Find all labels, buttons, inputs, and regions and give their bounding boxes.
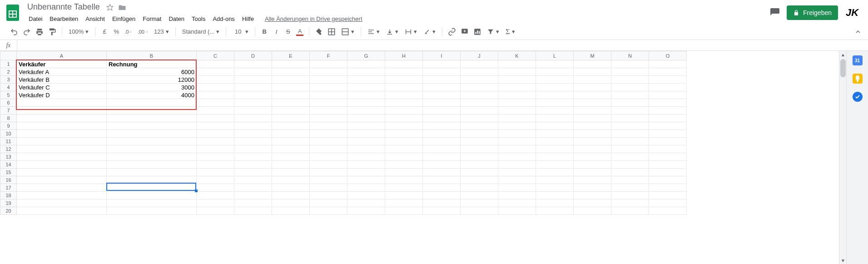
cell-B19[interactable]	[107, 199, 197, 207]
cell-N7[interactable]	[611, 107, 649, 115]
cell-N12[interactable]	[611, 145, 649, 153]
cell-M10[interactable]	[574, 130, 611, 138]
sheets-logo[interactable]	[4, 4, 22, 22]
cell-A20[interactable]	[17, 207, 107, 215]
cell-C1[interactable]	[197, 60, 234, 68]
cell-M11[interactable]	[574, 138, 611, 145]
cell-L14[interactable]	[536, 161, 574, 169]
cell-F6[interactable]	[310, 99, 347, 107]
cell-J18[interactable]	[461, 192, 498, 199]
cell-E19[interactable]	[272, 199, 310, 207]
decrease-decimal-button[interactable]: .0←	[123, 26, 134, 38]
format-currency-button[interactable]: £	[99, 26, 110, 38]
cell-C14[interactable]	[197, 161, 234, 169]
menu-data[interactable]: Daten	[165, 14, 188, 24]
cell-F15[interactable]	[310, 169, 347, 176]
cell-G9[interactable]	[347, 122, 385, 130]
cell-J13[interactable]	[461, 153, 498, 161]
row-header-13[interactable]: 13	[0, 153, 17, 161]
cell-L19[interactable]	[536, 199, 574, 207]
cell-N5[interactable]	[611, 91, 649, 99]
cell-J7[interactable]	[461, 107, 498, 115]
cell-D4[interactable]	[234, 84, 272, 91]
cell-C2[interactable]	[197, 68, 234, 76]
cell-G16[interactable]	[347, 176, 385, 184]
cell-K20[interactable]	[498, 207, 536, 215]
cell-J4[interactable]	[461, 84, 498, 91]
cell-E15[interactable]	[272, 169, 310, 176]
cell-L5[interactable]	[536, 91, 574, 99]
formula-input[interactable]	[17, 40, 868, 50]
row-header-6[interactable]: 6	[0, 99, 17, 107]
cell-B6[interactable]	[107, 99, 197, 107]
cell-F4[interactable]	[310, 84, 347, 91]
cell-I19[interactable]	[423, 199, 461, 207]
cell-D6[interactable]	[234, 99, 272, 107]
cell-F14[interactable]	[310, 161, 347, 169]
cell-N10[interactable]	[611, 130, 649, 138]
cell-J11[interactable]	[461, 138, 498, 145]
cell-I16[interactable]	[423, 176, 461, 184]
cell-L8[interactable]	[536, 115, 574, 122]
cell-F19[interactable]	[310, 199, 347, 207]
cell-F8[interactable]	[310, 115, 347, 122]
col-header-M[interactable]: M	[574, 51, 611, 60]
menu-format[interactable]: Format	[139, 14, 164, 24]
cell-E5[interactable]	[272, 91, 310, 99]
cell-O10[interactable]	[649, 130, 687, 138]
cell-B17[interactable]	[107, 184, 197, 192]
scroll-thumb[interactable]	[840, 59, 846, 77]
cell-K17[interactable]	[498, 184, 536, 192]
selection-handle[interactable]	[195, 189, 198, 192]
star-icon[interactable]	[106, 4, 114, 11]
menu-file[interactable]: Datei	[25, 14, 45, 24]
cell-M14[interactable]	[574, 161, 611, 169]
cell-E8[interactable]	[272, 115, 310, 122]
number-format-select[interactable]: 123▾	[151, 28, 172, 35]
insert-chart-button[interactable]	[471, 26, 483, 38]
cell-J5[interactable]	[461, 91, 498, 99]
cell-J14[interactable]	[461, 161, 498, 169]
cell-G15[interactable]	[347, 169, 385, 176]
cell-O8[interactable]	[649, 115, 687, 122]
cell-D20[interactable]	[234, 207, 272, 215]
cell-G13[interactable]	[347, 153, 385, 161]
format-percent-button[interactable]: %	[111, 26, 122, 38]
cell-A18[interactable]	[17, 192, 107, 199]
cell-K11[interactable]	[498, 138, 536, 145]
cell-K18[interactable]	[498, 192, 536, 199]
cell-L1[interactable]	[536, 60, 574, 68]
cell-D7[interactable]	[234, 107, 272, 115]
cell-I7[interactable]	[423, 107, 461, 115]
col-header-C[interactable]: C	[197, 51, 234, 60]
cell-J20[interactable]	[461, 207, 498, 215]
cell-F12[interactable]	[310, 145, 347, 153]
cell-I1[interactable]	[423, 60, 461, 68]
cell-A4[interactable]: Verkäufer C	[17, 84, 107, 91]
cell-F11[interactable]	[310, 138, 347, 145]
user-avatar[interactable]: JK	[844, 5, 860, 20]
cell-H11[interactable]	[385, 138, 423, 145]
strikethrough-button[interactable]: S	[283, 26, 293, 38]
cell-I8[interactable]	[423, 115, 461, 122]
cell-B5[interactable]: 4000	[107, 91, 197, 99]
cell-N2[interactable]	[611, 68, 649, 76]
cell-G4[interactable]	[347, 84, 385, 91]
row-header-8[interactable]: 8	[0, 115, 17, 122]
cell-E17[interactable]	[272, 184, 310, 192]
cell-M18[interactable]	[574, 192, 611, 199]
zoom-select[interactable]: 100%▾	[66, 28, 91, 35]
font-size-select[interactable]: 10▾	[230, 28, 251, 35]
cell-D16[interactable]	[234, 176, 272, 184]
insert-link-button[interactable]	[446, 26, 458, 38]
cell-N3[interactable]	[611, 76, 649, 84]
cell-L12[interactable]	[536, 145, 574, 153]
cell-H4[interactable]	[385, 84, 423, 91]
cell-I3[interactable]	[423, 76, 461, 84]
row-header-7[interactable]: 7	[0, 107, 17, 115]
cell-A1[interactable]: Verkäufer	[17, 60, 107, 68]
cell-N6[interactable]	[611, 99, 649, 107]
cell-M2[interactable]	[574, 68, 611, 76]
cell-K4[interactable]	[498, 84, 536, 91]
cell-K8[interactable]	[498, 115, 536, 122]
